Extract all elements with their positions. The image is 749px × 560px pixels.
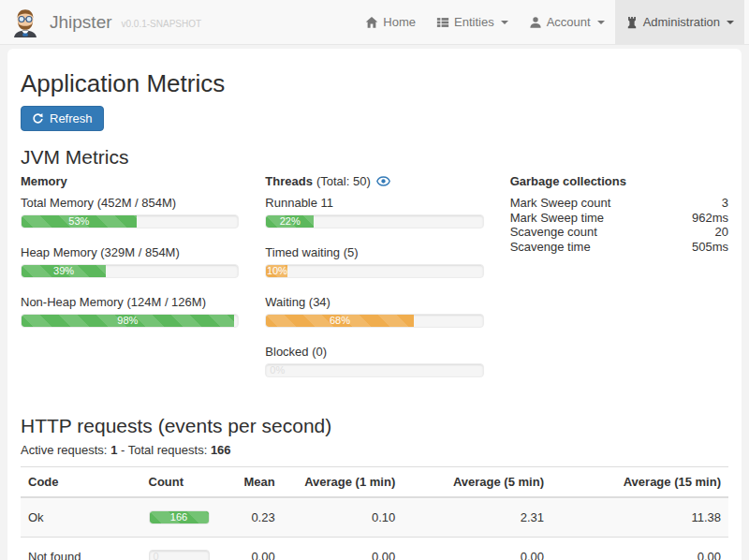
nav-item-label: Entities xyxy=(454,15,494,29)
total-requests-label: Total requests: xyxy=(128,443,208,457)
gc-label: Mark Sweep count xyxy=(510,196,611,211)
avg5-cell: 2.31 xyxy=(403,497,551,538)
runnable-label: Runnable 11 xyxy=(265,196,483,210)
progress-value: 68% xyxy=(266,315,413,327)
brand-name: Jhipster xyxy=(50,12,112,33)
gc-column: Garbage collections Mark Sweep count 3 M… xyxy=(510,174,728,394)
mean-cell: 0.00 xyxy=(226,538,282,560)
gc-label: Scavenge time xyxy=(510,240,591,255)
jvm-metrics-title: JVM Metrics xyxy=(21,146,728,169)
blocked-metric: Blocked (0) 0% xyxy=(265,345,483,377)
gc-value: 3 xyxy=(722,196,728,211)
table-row-not-found: Not found 0 0.00 0.00 0.00 0.00 xyxy=(21,538,728,560)
avg1-cell: 0.10 xyxy=(283,497,404,538)
brand[interactable]: Jhipster v0.0.1-SNAPSHOT xyxy=(0,0,201,44)
list-icon xyxy=(436,16,449,29)
progress-value: 98% xyxy=(22,315,234,327)
code-cell: Not found xyxy=(21,538,141,560)
col-header-mean: Mean xyxy=(226,467,282,498)
waiting-label: Waiting (34) xyxy=(265,295,483,309)
active-requests-label: Active requests: xyxy=(21,443,108,457)
timed-waiting-metric: Timed waiting (5) 10% xyxy=(265,245,483,278)
nav-item-label: Home xyxy=(383,15,416,29)
threads-title-text: Threads xyxy=(265,174,313,188)
gc-row-marksweep-time: Mark Sweep time 962ms xyxy=(510,211,728,226)
gc-value: 505ms xyxy=(692,240,728,255)
table-header-row: Code Count Mean Average (1 min) Average … xyxy=(21,467,728,498)
heap-memory-progressbar: 39% xyxy=(21,264,239,278)
gc-label: Scavenge count xyxy=(510,225,597,240)
http-requests-table: Code Count Mean Average (1 min) Average … xyxy=(21,466,728,560)
memory-title: Memory xyxy=(21,174,239,188)
count-cell: 166 xyxy=(141,497,227,538)
timed-waiting-progressbar: 10% xyxy=(265,264,483,278)
avg15-cell: 11.38 xyxy=(551,497,728,538)
chevron-down-icon xyxy=(501,21,508,24)
gc-row-marksweep-count: Mark Sweep count 3 xyxy=(510,196,728,211)
progress-value: 39% xyxy=(22,265,106,277)
brand-version: v0.0.1-SNAPSHOT xyxy=(122,19,202,29)
avg5-cell: 0.00 xyxy=(403,538,551,560)
jhipster-avatar-logo xyxy=(8,6,42,39)
nonheap-memory-label: Non-Heap Memory (124M / 126M) xyxy=(21,295,239,309)
nav-item-label: Account xyxy=(547,15,591,29)
progress-value: 10% xyxy=(266,265,287,277)
avg1-cell: 0.00 xyxy=(283,538,404,560)
http-requests-summary: Active requests: 1 - Total requests: 166 xyxy=(21,443,728,457)
nav-item-administration[interactable]: Administration xyxy=(615,0,744,44)
progress-value: 22% xyxy=(266,215,314,228)
avg15-cell: 0.00 xyxy=(551,538,728,560)
waiting-metric: Waiting (34) 68% xyxy=(265,295,483,328)
gc-row-scavenge-count: Scavenge count 20 xyxy=(510,225,728,240)
count-value: 166 xyxy=(150,511,209,523)
count-progressbar: 166 xyxy=(149,510,210,524)
heap-memory-label: Heap Memory (329M / 854M) xyxy=(21,245,239,259)
nav-item-entities[interactable]: Entities xyxy=(426,0,519,44)
threads-column: Threads (Total: 50) Runnable 11 22% xyxy=(265,174,483,394)
total-requests-value: 166 xyxy=(211,443,231,457)
nonheap-memory-metric: Non-Heap Memory (124M / 126M) 98% xyxy=(21,295,239,328)
navbar: Jhipster v0.0.1-SNAPSHOT Home Entities A… xyxy=(0,0,749,45)
eye-icon[interactable] xyxy=(376,174,390,188)
home-icon xyxy=(365,16,378,29)
mean-cell: 0.23 xyxy=(226,497,282,538)
user-icon xyxy=(529,16,542,29)
col-header-avg1: Average (1 min) xyxy=(283,467,404,498)
total-memory-label: Total Memory (452M / 854M) xyxy=(21,196,239,210)
nav-item-account[interactable]: Account xyxy=(519,0,615,44)
refresh-icon xyxy=(32,112,44,125)
runnable-metric: Runnable 11 22% xyxy=(265,196,483,228)
chevron-down-icon xyxy=(597,21,605,24)
count-cell: 0 xyxy=(141,538,227,560)
waiting-progressbar: 68% xyxy=(265,314,483,328)
tower-icon xyxy=(625,16,639,29)
nav-item-home[interactable]: Home xyxy=(355,0,426,44)
count-value: 0 xyxy=(154,551,159,560)
progress-value: 53% xyxy=(22,215,137,228)
memory-column: Memory Total Memory (452M / 854M) 53% He… xyxy=(21,174,239,394)
blocked-progressbar: 0% xyxy=(265,363,483,377)
nav-menu: Home Entities Account Administration xyxy=(355,0,749,44)
threads-title: Threads (Total: 50) xyxy=(265,174,483,188)
progress-value: 0% xyxy=(270,364,285,376)
timed-waiting-label: Timed waiting (5) xyxy=(265,245,483,259)
gc-title: Garbage collections xyxy=(510,174,728,188)
nav-item-label: Administration xyxy=(643,15,720,29)
active-requests-value: 1 xyxy=(110,443,117,457)
jvm-metrics-grid: Memory Total Memory (452M / 854M) 53% He… xyxy=(21,174,728,394)
gc-row-scavenge-time: Scavenge time 505ms xyxy=(510,240,728,255)
total-memory-progressbar: 53% xyxy=(21,214,239,228)
blocked-label: Blocked (0) xyxy=(265,345,483,359)
gc-value: 20 xyxy=(715,225,728,240)
http-requests-title: HTTP requests (events per second) xyxy=(21,415,728,437)
code-cell: Ok xyxy=(21,497,141,538)
chevron-down-icon xyxy=(727,21,734,24)
col-header-avg5: Average (5 min) xyxy=(403,467,551,498)
refresh-button-label: Refresh xyxy=(50,111,93,125)
nonheap-memory-progressbar: 98% xyxy=(21,314,239,328)
gc-label: Mark Sweep time xyxy=(510,211,604,226)
col-header-count: Count xyxy=(141,467,227,498)
count-progressbar: 0 xyxy=(149,550,210,560)
total-memory-metric: Total Memory (452M / 854M) 53% xyxy=(21,196,239,228)
refresh-button[interactable]: Refresh xyxy=(21,106,104,131)
